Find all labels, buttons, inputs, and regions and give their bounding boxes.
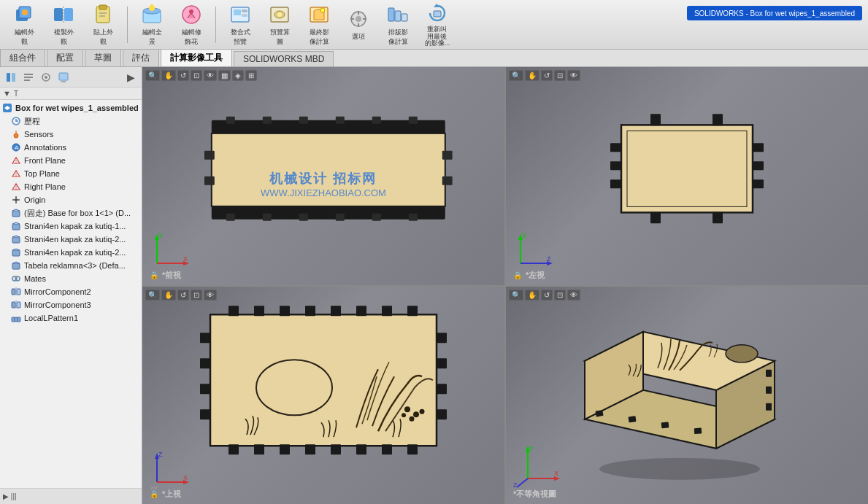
vp-tb-btn-zoom-l[interactable]: 🔍 (509, 70, 523, 81)
component-icon-1 (10, 207, 22, 219)
vp-tb-btn-pan-i[interactable]: ✋ (525, 290, 539, 301)
svg-point-161 (726, 345, 758, 363)
vp-tb-btn-zoom-t[interactable]: 🔍 (145, 290, 160, 301)
axis-svg-top: Z X nY (150, 449, 190, 489)
toolbar-btn-final-render[interactable]: 最終影像計算 (301, 0, 337, 50)
toolbar-btn-options[interactable]: 選項 (340, 4, 377, 44)
tree-root-item[interactable]: Box for wet wipes_1_assembled (0, 101, 142, 115)
panel-icon-2[interactable] (20, 69, 37, 85)
toolbar-btn-edit-scene[interactable]: 編輯全景 (134, 0, 170, 50)
toolbar-btn-composite[interactable]: 整合式預覽 (222, 0, 258, 50)
svg-rect-40 (24, 80, 30, 81)
tree-item-strani1[interactable]: Strani4en kapak za kutiq-1... (0, 220, 142, 233)
component-icon-5 (10, 260, 22, 271)
toolbar-label-copy-external: 編輯外觀 (15, 28, 34, 47)
vp-tb-btn-zoom[interactable]: 🔍 (145, 70, 160, 81)
svg-rect-110 (713, 115, 723, 126)
vp-tb-btn-pan-t[interactable]: ✋ (161, 290, 176, 301)
tree-item-tabela[interactable]: Tabela reklamna<3> (Defa... (0, 259, 142, 272)
vp-tb-btn-view-l[interactable]: 👁 (567, 70, 580, 81)
svg-rect-128 (228, 444, 239, 454)
toolbar-btn-edit-decal[interactable]: 編輯修飾花 (173, 0, 210, 50)
vp-tb-btn-view[interactable]: 👁 (204, 70, 217, 81)
toolbar-btn-paste-external[interactable]: 貼上外觀 (85, 0, 121, 50)
toolbar-btn-mirror-copy[interactable]: 複製外觀 (45, 0, 82, 50)
panel-icon-4[interactable] (55, 69, 72, 85)
vp-tb-btn-rotate-l[interactable]: ↺ (541, 70, 553, 81)
panel-expand-btn[interactable]: ▶ (123, 69, 139, 85)
mirror-icon-3 (10, 299, 22, 311)
vp-tb-btn-rotate[interactable]: ↺ (177, 70, 189, 81)
vp-tb-btn-rotate-i[interactable]: ↺ (541, 290, 553, 301)
vp-tb-btn-rotate-t[interactable]: ↺ (177, 290, 189, 301)
vp-tb-btn-fit-l[interactable]: ⊡ (554, 70, 566, 81)
svg-rect-61 (12, 224, 20, 230)
tree-item-base-box[interactable]: (固走) Base for box 1<1> (D... (0, 206, 142, 220)
svg-rect-36 (7, 73, 10, 82)
toolbar-btn-copy-external[interactable]: 編輯外觀 (6, 0, 42, 50)
vp-tb-btn-fit-t[interactable]: ⊡ (191, 290, 202, 301)
svg-rect-18 (242, 9, 247, 12)
mirror-icon-2 (10, 286, 22, 298)
viewport-front[interactable]: 🔍 ✋ ↺ ⊡ 👁 ▦ ◈ ⊞ (142, 67, 504, 285)
svg-rect-162 (595, 410, 603, 417)
toolbar-label-render-sort: 排版影像計算 (388, 28, 408, 47)
component-icon-4 (10, 247, 22, 258)
tab-photoview[interactable]: 計算影像工具 (161, 49, 232, 66)
vp-tb-btn-section[interactable]: ⊞ (245, 70, 257, 81)
toolbar-label-final-render: 最終影像計算 (310, 28, 329, 47)
vp-tb-btn-pan[interactable]: ✋ (161, 70, 176, 81)
tree-item-origin[interactable]: Origin (0, 193, 142, 206)
tree-item-strani3[interactable]: Strani4en kapak za kutiq-2... (0, 246, 142, 259)
svg-rect-67 (12, 289, 15, 295)
svg-rect-122 (280, 306, 290, 316)
tree-item-sensors[interactable]: Sensors (0, 128, 142, 141)
svg-rect-120 (228, 306, 239, 316)
vp-tb-btn-pan-l[interactable]: ✋ (525, 70, 539, 81)
tab-assembly[interactable]: 組合件 (0, 49, 45, 66)
svg-rect-74 (15, 317, 18, 322)
vp-tb-btn-fit-i[interactable]: ⊡ (554, 290, 566, 301)
tree-item-strani2[interactable]: Strani4en kapak za kutiq-2... (0, 233, 142, 246)
tree-item-mates[interactable]: Mates (0, 272, 142, 285)
toolbar-btn-render-sort[interactable]: 排版影像計算 (380, 0, 416, 50)
svg-rect-82 (409, 117, 418, 124)
origin-icon (10, 194, 22, 206)
tree-item-front-plane[interactable]: Front Plane (0, 154, 142, 167)
plane-icon-top (10, 168, 22, 179)
panel-icon-1[interactable] (3, 69, 19, 85)
tree-label-strani2: Strani4en kapak za kutiq-2... (24, 235, 126, 244)
blue-action-button[interactable]: SOLIDWORKS - Box for wet wipes_1_assembl… (687, 6, 862, 20)
tree-label-local-pattern: LocalLPattern1 (24, 314, 78, 322)
vp-tb-btn-hide[interactable]: ◈ (232, 70, 244, 81)
tree-item-annotations[interactable]: A Annotations (0, 141, 142, 154)
axis-svg-iso: Y X Z (513, 442, 561, 489)
tab-drawing[interactable]: 草圖 (85, 49, 121, 66)
reuse-render-icon (426, 1, 449, 25)
viewport-iso[interactable]: 🔍 ✋ ↺ ⊡ 👁 (506, 287, 868, 505)
svg-rect-27 (358, 11, 359, 15)
panel-icon-3[interactable] (38, 69, 54, 85)
vp-tb-btn-view-i[interactable]: 👁 (567, 290, 580, 301)
svg-rect-33 (402, 14, 407, 21)
toolbar-btn-preview-render[interactable]: 預覽算圖 (261, 0, 298, 50)
filter-bar: ▼ T (0, 88, 142, 100)
viewport-top[interactable]: 🔍 ✋ ↺ ⊡ 👁 (142, 287, 504, 505)
vp-tb-btn-zoom-i[interactable]: 🔍 (509, 290, 523, 301)
vp-tb-btn-fit[interactable]: ⊡ (191, 70, 202, 81)
tab-mbd[interactable]: SOLIDWORKS MBD (234, 51, 334, 66)
vp-tb-btn-view-t[interactable]: 👁 (204, 290, 217, 301)
tree-item-local-pattern[interactable]: LocalLPattern1 (0, 311, 142, 325)
viewport-label-front: 🔒 *前視 (150, 270, 181, 281)
tree-item-mirror2[interactable]: MirrorComponent2 (0, 285, 142, 298)
tree-item-right-plane[interactable]: Right Plane (0, 180, 142, 193)
tree-item-top-plane[interactable]: Top Plane (0, 167, 142, 180)
toolbar-btn-reuse-render[interactable]: 重新叫用最後的影像... (419, 0, 456, 50)
vp-tb-btn-display[interactable]: ▦ (218, 70, 231, 81)
tree-item-history[interactable]: 歷程 (0, 115, 142, 128)
tab-eval[interactable]: 評估 (123, 49, 159, 66)
tab-config[interactable]: 配置 (47, 49, 83, 66)
tree-item-mirror3[interactable]: MirrorComponent3 (0, 298, 142, 311)
viewport-left[interactable]: 🔍 ✋ ↺ ⊡ 👁 (506, 67, 868, 285)
svg-rect-131 (305, 444, 315, 454)
